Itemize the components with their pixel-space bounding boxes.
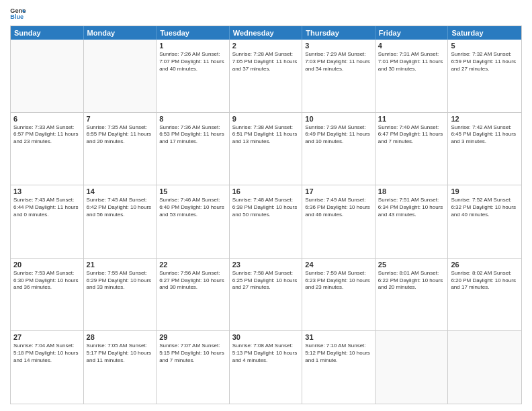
day-number: 13 <box>13 187 81 195</box>
cell-info: Sunrise: 7:59 AM Sunset: 6:23 PM Dayligh… <box>305 270 372 291</box>
cell-info: Sunrise: 7:33 AM Sunset: 6:57 PM Dayligh… <box>13 124 81 146</box>
header-day-monday: Monday <box>84 26 157 40</box>
day-number: 11 <box>378 115 445 123</box>
calendar-body: 1Sunrise: 7:26 AM Sunset: 7:07 PM Daylig… <box>11 40 521 404</box>
day-number: 17 <box>305 187 372 195</box>
day-number: 19 <box>451 187 519 195</box>
page: General Blue SundayMondayTuesdayWednesda… <box>0 0 532 411</box>
day-cell-16: 16Sunrise: 7:48 AM Sunset: 6:38 PM Dayli… <box>230 185 303 258</box>
day-number: 3 <box>305 42 372 50</box>
day-number: 2 <box>232 42 300 50</box>
day-number: 16 <box>232 187 300 195</box>
day-cell-6: 6Sunrise: 7:33 AM Sunset: 6:57 PM Daylig… <box>11 113 84 185</box>
cell-info: Sunrise: 7:58 AM Sunset: 6:25 PM Dayligh… <box>232 270 300 291</box>
cell-info: Sunrise: 7:32 AM Sunset: 6:59 PM Dayligh… <box>451 51 519 73</box>
day-number: 15 <box>159 187 226 195</box>
calendar-week-2: 6Sunrise: 7:33 AM Sunset: 6:57 PM Daylig… <box>11 112 521 185</box>
cell-info: Sunrise: 7:28 AM Sunset: 7:05 PM Dayligh… <box>232 51 300 73</box>
day-number: 23 <box>232 261 300 269</box>
day-cell-23: 23Sunrise: 7:58 AM Sunset: 6:25 PM Dayli… <box>230 259 303 331</box>
cell-info: Sunrise: 7:40 AM Sunset: 6:47 PM Dayligh… <box>378 124 445 146</box>
header-day-thursday: Thursday <box>302 26 375 40</box>
day-cell-26: 26Sunrise: 8:02 AM Sunset: 6:20 PM Dayli… <box>448 259 521 331</box>
day-number: 9 <box>232 115 300 123</box>
day-number: 20 <box>13 261 81 269</box>
cell-info: Sunrise: 7:26 AM Sunset: 7:07 PM Dayligh… <box>159 51 226 73</box>
header-day-tuesday: Tuesday <box>157 26 230 40</box>
cell-info: Sunrise: 8:01 AM Sunset: 6:22 PM Dayligh… <box>378 270 445 291</box>
logo-icon: General Blue <box>10 7 26 20</box>
cell-info: Sunrise: 7:51 AM Sunset: 6:34 PM Dayligh… <box>378 197 445 218</box>
cell-info: Sunrise: 7:52 AM Sunset: 6:32 PM Dayligh… <box>451 197 519 218</box>
day-number: 4 <box>378 42 445 50</box>
day-number: 30 <box>232 333 300 341</box>
day-cell-12: 12Sunrise: 7:42 AM Sunset: 6:45 PM Dayli… <box>448 113 521 185</box>
empty-cell <box>84 40 157 112</box>
day-number: 27 <box>13 333 81 341</box>
day-cell-3: 3Sunrise: 7:29 AM Sunset: 7:03 PM Daylig… <box>302 40 375 112</box>
day-cell-1: 1Sunrise: 7:26 AM Sunset: 7:07 PM Daylig… <box>157 40 230 112</box>
cell-info: Sunrise: 7:56 AM Sunset: 6:27 PM Dayligh… <box>159 270 226 291</box>
cell-info: Sunrise: 7:36 AM Sunset: 6:53 PM Dayligh… <box>159 124 226 146</box>
day-cell-25: 25Sunrise: 8:01 AM Sunset: 6:22 PM Dayli… <box>375 259 449 331</box>
cell-info: Sunrise: 7:04 AM Sunset: 5:18 PM Dayligh… <box>13 342 81 364</box>
empty-cell <box>448 331 521 404</box>
calendar-header: SundayMondayTuesdayWednesdayThursdayFrid… <box>11 26 521 40</box>
calendar-week-4: 20Sunrise: 7:53 AM Sunset: 6:30 PM Dayli… <box>11 258 521 331</box>
day-cell-4: 4Sunrise: 7:31 AM Sunset: 7:01 PM Daylig… <box>375 40 449 112</box>
day-cell-17: 17Sunrise: 7:49 AM Sunset: 6:36 PM Dayli… <box>302 185 375 258</box>
day-number: 28 <box>87 333 154 341</box>
cell-info: Sunrise: 7:48 AM Sunset: 6:38 PM Dayligh… <box>232 197 300 218</box>
header-day-wednesday: Wednesday <box>230 26 303 40</box>
day-number: 8 <box>159 115 226 123</box>
day-cell-30: 30Sunrise: 7:08 AM Sunset: 5:13 PM Dayli… <box>230 331 303 404</box>
cell-info: Sunrise: 7:53 AM Sunset: 6:30 PM Dayligh… <box>13 270 81 291</box>
cell-info: Sunrise: 7:29 AM Sunset: 7:03 PM Dayligh… <box>305 51 372 73</box>
day-cell-24: 24Sunrise: 7:59 AM Sunset: 6:23 PM Dayli… <box>302 259 375 331</box>
day-number: 29 <box>159 333 226 341</box>
calendar-week-1: 1Sunrise: 7:26 AM Sunset: 7:07 PM Daylig… <box>11 40 521 112</box>
calendar-week-5: 27Sunrise: 7:04 AM Sunset: 5:18 PM Dayli… <box>11 330 521 404</box>
cell-info: Sunrise: 7:07 AM Sunset: 5:15 PM Dayligh… <box>159 342 226 364</box>
cell-info: Sunrise: 8:02 AM Sunset: 6:20 PM Dayligh… <box>451 270 519 291</box>
calendar-week-3: 13Sunrise: 7:43 AM Sunset: 6:44 PM Dayli… <box>11 185 521 258</box>
day-cell-18: 18Sunrise: 7:51 AM Sunset: 6:34 PM Dayli… <box>375 185 449 258</box>
day-number: 12 <box>451 115 519 123</box>
cell-info: Sunrise: 7:38 AM Sunset: 6:51 PM Dayligh… <box>232 124 300 146</box>
cell-info: Sunrise: 7:43 AM Sunset: 6:44 PM Dayligh… <box>13 197 81 218</box>
day-cell-29: 29Sunrise: 7:07 AM Sunset: 5:15 PM Dayli… <box>157 331 230 404</box>
day-number: 21 <box>87 261 154 269</box>
day-number: 6 <box>13 115 81 123</box>
day-number: 22 <box>159 261 226 269</box>
cell-info: Sunrise: 7:55 AM Sunset: 6:29 PM Dayligh… <box>87 270 154 291</box>
cell-info: Sunrise: 7:45 AM Sunset: 6:42 PM Dayligh… <box>87 197 154 218</box>
day-number: 25 <box>378 261 445 269</box>
day-cell-8: 8Sunrise: 7:36 AM Sunset: 6:53 PM Daylig… <box>157 113 230 185</box>
empty-cell <box>11 40 84 112</box>
day-cell-2: 2Sunrise: 7:28 AM Sunset: 7:05 PM Daylig… <box>230 40 303 112</box>
cell-info: Sunrise: 7:42 AM Sunset: 6:45 PM Dayligh… <box>451 124 519 146</box>
empty-cell <box>375 331 449 404</box>
day-cell-11: 11Sunrise: 7:40 AM Sunset: 6:47 PM Dayli… <box>375 113 449 185</box>
cell-info: Sunrise: 7:31 AM Sunset: 7:01 PM Dayligh… <box>378 51 445 73</box>
calendar: SundayMondayTuesdayWednesdayThursdayFrid… <box>10 26 522 404</box>
cell-info: Sunrise: 7:35 AM Sunset: 6:55 PM Dayligh… <box>87 124 154 146</box>
day-cell-20: 20Sunrise: 7:53 AM Sunset: 6:30 PM Dayli… <box>11 259 84 331</box>
day-cell-19: 19Sunrise: 7:52 AM Sunset: 6:32 PM Dayli… <box>448 185 521 258</box>
cell-info: Sunrise: 7:08 AM Sunset: 5:13 PM Dayligh… <box>232 342 300 364</box>
day-cell-9: 9Sunrise: 7:38 AM Sunset: 6:51 PM Daylig… <box>230 113 303 185</box>
cell-info: Sunrise: 7:10 AM Sunset: 5:12 PM Dayligh… <box>305 342 372 364</box>
cell-info: Sunrise: 7:39 AM Sunset: 6:49 PM Dayligh… <box>305 124 372 146</box>
header: General Blue <box>10 7 522 20</box>
day-cell-10: 10Sunrise: 7:39 AM Sunset: 6:49 PM Dayli… <box>302 113 375 185</box>
header-day-friday: Friday <box>375 26 449 40</box>
logo: General Blue <box>10 7 26 20</box>
day-number: 1 <box>159 42 226 50</box>
day-cell-27: 27Sunrise: 7:04 AM Sunset: 5:18 PM Dayli… <box>11 331 84 404</box>
day-cell-5: 5Sunrise: 7:32 AM Sunset: 6:59 PM Daylig… <box>448 40 521 112</box>
day-number: 24 <box>305 261 372 269</box>
day-cell-15: 15Sunrise: 7:46 AM Sunset: 6:40 PM Dayli… <box>157 185 230 258</box>
header-day-saturday: Saturday <box>448 26 521 40</box>
day-number: 18 <box>378 187 445 195</box>
day-cell-21: 21Sunrise: 7:55 AM Sunset: 6:29 PM Dayli… <box>84 259 157 331</box>
